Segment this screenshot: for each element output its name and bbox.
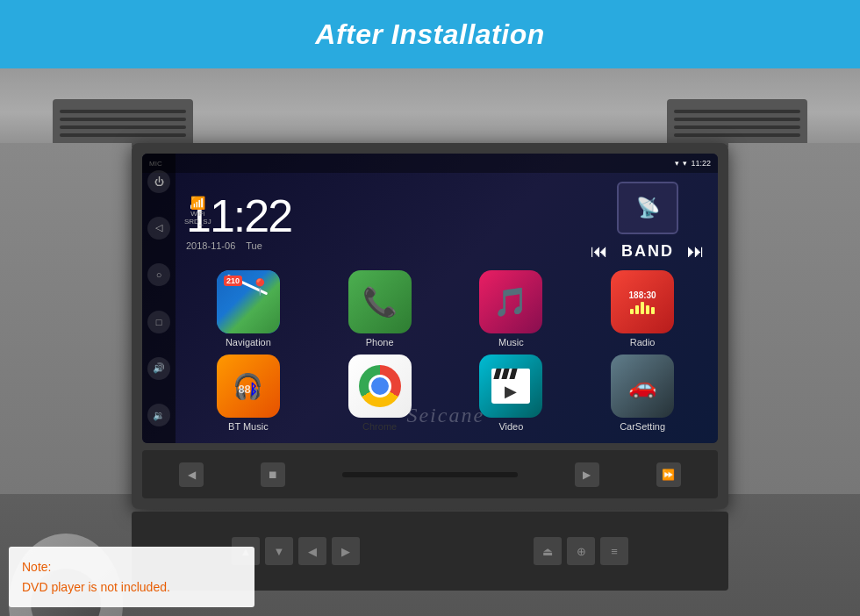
small-btn[interactable]: ▼ (265, 537, 293, 565)
wifi-signal-icon: 📶 (184, 196, 211, 210)
btmusic-app-icon[interactable]: 🎧 ᛒ 88 (217, 355, 280, 418)
time-block: 📶 WiFi SRD_SJ 11:22 2018-11-06 Tue (186, 193, 582, 251)
date-line: 2018-11-06 Tue (186, 240, 582, 251)
clapper-top (491, 369, 530, 379)
stripe (510, 369, 518, 379)
list-item[interactable]: 188:30 (580, 270, 705, 347)
vent-line (674, 118, 800, 121)
small-btn[interactable]: ◀ (298, 537, 326, 565)
phone-label: Phone (366, 337, 394, 347)
radio-prev-btn[interactable]: ⏮ (591, 241, 608, 261)
clapper-body: ▶ (491, 379, 530, 404)
stripe (494, 369, 502, 379)
radio-band-label: BAND (621, 242, 674, 261)
small-btn[interactable]: ≡ (600, 537, 628, 565)
chrome-app-icon[interactable] (348, 355, 412, 418)
ctrl-btn-1[interactable]: ◀ (179, 462, 204, 487)
screen-content: 📶 WiFi SRD_SJ 11:22 2018-11-06 Tue (142, 173, 718, 443)
list-item[interactable]: 🚗 CarSetting (580, 355, 705, 432)
bt-number: 88 (238, 383, 250, 396)
small-btn[interactable]: ▶ (332, 537, 360, 565)
recent-btn[interactable]: □ (147, 311, 170, 333)
bar3 (641, 302, 644, 314)
list-item[interactable]: 🎧 ᛒ 88 BT Music (186, 355, 311, 432)
vol-down-btn[interactable]: 🔉 (147, 404, 170, 426)
page-title: After Installation (315, 18, 544, 51)
wifi-ssid: SRD_SJ (184, 218, 211, 226)
top-section: 📶 WiFi SRD_SJ 11:22 2018-11-06 Tue (177, 173, 718, 266)
right-vent (667, 99, 807, 147)
ctrl-btn-4[interactable]: ⏩ (656, 462, 681, 487)
carsetting-app-icon[interactable]: 🚗 (611, 355, 674, 418)
radio-inner: 188:30 (629, 290, 656, 314)
screen-day: Tue (246, 240, 262, 251)
vol-up-btn[interactable]: 🔊 (147, 357, 170, 380)
music-app-icon[interactable]: 🎵 (479, 270, 542, 333)
chrome-center (369, 375, 391, 398)
car-icon-inner: 🚗 (628, 373, 656, 400)
status-time: 11:22 (691, 159, 711, 168)
radio-block: 📡 ⏮ BAND ⏭ (591, 182, 705, 261)
stripe (502, 369, 510, 379)
video-app-icon[interactable]: ▶ (479, 355, 542, 418)
bluetooth-icon: ᛒ (249, 382, 258, 398)
radio-icon-box[interactable]: 📡 (617, 182, 678, 234)
ctrl-group-right: ⏏ ⊕ ≡ (534, 537, 628, 565)
screen-date: 2018-11-06 (186, 240, 235, 251)
navigation-label: Navigation (226, 337, 271, 347)
bottom-controls: ◀ ⏹ ▶ ⏩ (142, 450, 718, 498)
radio-label: Radio (630, 337, 656, 347)
phone-app-icon[interactable]: 📞 (348, 270, 412, 333)
vent-line (674, 133, 800, 137)
app-grid: 210 📍 Navigation 📞 Phone (177, 266, 718, 441)
navigation-app-icon[interactable]: 210 📍 (217, 270, 280, 333)
note-label: Note: (22, 557, 241, 577)
left-dashboard (0, 143, 132, 494)
ctrl-btn-2[interactable]: ⏹ (261, 462, 285, 487)
home-btn[interactable]: ○ (147, 263, 170, 286)
vent-line (60, 110, 186, 113)
list-item[interactable]: 210 📍 Navigation (186, 270, 311, 347)
vent-line (60, 133, 186, 137)
note-box: Note: DVD player is not included. (9, 547, 254, 607)
small-btn[interactable]: ⊕ (567, 537, 595, 565)
status-right: ▾ ▾ 11:22 (675, 159, 711, 168)
vent-line (674, 110, 800, 113)
screen-unit: MIC ▾ ▾ 11:22 ⏻ ◁ ○ □ 🔊 (142, 154, 718, 443)
bar5 (651, 307, 655, 314)
chrome-outer (359, 365, 401, 407)
list-item[interactable]: 🎵 Music (449, 270, 574, 347)
cd-slot (342, 472, 518, 477)
main-content: MIC ▾ ▾ 11:22 ⏻ ◁ ○ □ 🔊 (0, 68, 860, 616)
radio-next-btn[interactable]: ⏭ (687, 241, 705, 261)
back-btn[interactable]: ◁ (147, 217, 170, 240)
bar1 (630, 309, 634, 314)
vent-line (674, 125, 800, 129)
video-label: Video (498, 421, 523, 432)
list-item[interactable]: ▶ Video (449, 355, 574, 432)
chrome-ring (359, 365, 401, 407)
signal-icon: ▾ (675, 159, 679, 168)
nav-pin-icon: 📍 (250, 277, 269, 297)
list-item[interactable]: Chrome (318, 355, 442, 432)
center-panel: MIC ▾ ▾ 11:22 ⏻ ◁ ○ □ 🔊 (132, 143, 728, 509)
wifi-icon: ▾ (683, 159, 687, 168)
clapper: ▶ (491, 369, 530, 404)
power-btn[interactable]: ⏻ (147, 170, 170, 193)
vent-line (60, 125, 186, 129)
side-controls: ⏻ ◁ ○ □ 🔊 🔉 (142, 154, 176, 443)
bt-inner: 🎧 ᛒ 88 (233, 372, 263, 401)
right-dashboard (728, 143, 860, 494)
vent-line (60, 118, 186, 121)
radio-freq: 188:30 (629, 290, 656, 300)
android-screen: MIC ▾ ▾ 11:22 ⏻ ◁ ○ □ 🔊 (142, 154, 718, 443)
list-item[interactable]: 📞 Phone (318, 270, 442, 347)
page-wrapper: After Installation (0, 0, 860, 616)
ctrl-btn-3[interactable]: ▶ (575, 462, 599, 487)
nav-icon-inner: 210 📍 (217, 270, 280, 333)
carsetting-label: CarSetting (620, 421, 665, 432)
small-btn[interactable]: ⏏ (534, 537, 562, 565)
radio-bars (630, 300, 655, 314)
radio-app-icon[interactable]: 188:30 (611, 270, 674, 333)
main-time: 11:22 (186, 193, 582, 239)
